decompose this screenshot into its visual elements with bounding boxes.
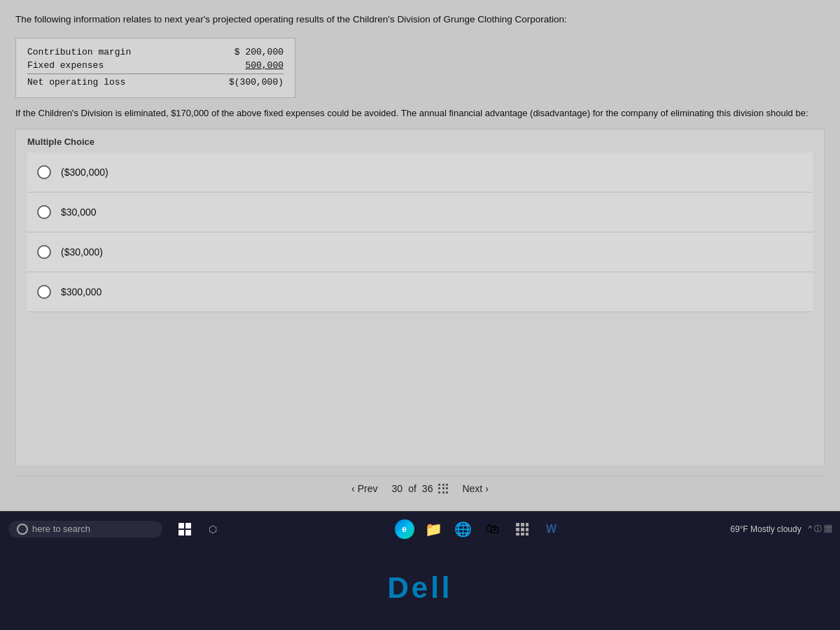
option-d[interactable]: $300,000: [27, 272, 813, 312]
option-c[interactable]: ($30,000): [27, 232, 813, 272]
svg-rect-1: [186, 523, 191, 528]
current-page: 30: [392, 483, 403, 494]
option-b[interactable]: $30,000: [27, 192, 813, 232]
financial-row-net: Net operating loss $(300,000): [27, 74, 284, 89]
dell-logo: Dell: [387, 571, 452, 605]
svg-rect-6: [526, 523, 528, 526]
radio-a[interactable]: [37, 165, 51, 179]
grid-icon: [438, 484, 448, 493]
navigation-bar: ‹ Prev 30 of 36 Next ›: [15, 475, 825, 504]
financial-row-contribution: Contribution margin $ 200,000: [27, 46, 284, 59]
net-label: Net operating loss: [27, 77, 146, 88]
contribution-value: $ 200,000: [214, 47, 284, 57]
options-list: ($300,000) $30,000 ($30,000) $300,000: [27, 153, 813, 312]
svg-rect-7: [516, 528, 519, 531]
contribution-label: Contribution margin: [27, 47, 146, 57]
system-tray-icons: ^ ⓘ ▦: [808, 524, 832, 534]
taskbar-left-icons: ⬡: [172, 517, 225, 542]
option-c-text: ($30,000): [61, 246, 103, 258]
elimination-question: If the Children's Division is eliminated…: [15, 106, 825, 120]
prev-chevron-icon: ‹: [351, 483, 355, 494]
next-label: Next: [462, 483, 482, 494]
financial-table: Contribution margin $ 200,000 Fixed expe…: [15, 38, 295, 98]
main-content: The following information relates to nex…: [0, 0, 840, 511]
net-value: $(300,000): [214, 77, 284, 88]
word-icon[interactable]: W: [539, 517, 564, 542]
question-intro: The following information relates to nex…: [15, 13, 825, 27]
next-button[interactable]: Next ›: [462, 483, 488, 494]
svg-rect-5: [521, 523, 524, 526]
svg-rect-3: [186, 530, 191, 536]
next-chevron-icon: ›: [485, 483, 489, 494]
taskbar: here to search ⬡ e 📁 🌐: [0, 511, 840, 546]
svg-rect-8: [521, 528, 524, 531]
center-taskbar-icons: e 📁 🌐 🛍: [230, 517, 726, 542]
option-d-text: $300,000: [61, 286, 102, 298]
svg-rect-4: [516, 523, 519, 526]
edge-browser-icon[interactable]: e: [392, 517, 417, 542]
prev-label: Prev: [358, 483, 378, 494]
svg-rect-12: [526, 533, 528, 536]
edge-circle: e: [395, 519, 414, 539]
option-a-text: ($300,000): [61, 167, 108, 178]
prev-button[interactable]: ‹ Prev: [351, 483, 377, 494]
dell-branding-area: Dell: [0, 546, 840, 630]
mc-label: Multiple Choice: [27, 136, 813, 147]
svg-rect-2: [178, 530, 184, 536]
taskbar-right-area: 69°F Mostly cloudy ^ ⓘ ▦: [730, 524, 832, 534]
radio-b[interactable]: [37, 205, 51, 219]
financial-row-fixed: Fixed expenses 500,000: [27, 59, 284, 72]
multiple-choice-container: Multiple Choice ($300,000) $30,000 ($30,…: [15, 129, 825, 467]
total-pages: 36: [422, 483, 433, 494]
dell-logo-text: Dell: [387, 571, 452, 604]
fixed-label: Fixed expenses: [27, 60, 146, 71]
radio-d[interactable]: [37, 285, 51, 299]
weather-text: 69°F Mostly cloudy: [730, 524, 802, 534]
apps-grid-icon[interactable]: [510, 517, 535, 542]
radio-c[interactable]: [37, 245, 51, 259]
search-circle-icon: [17, 524, 28, 535]
svg-rect-11: [521, 533, 524, 536]
task-view-button[interactable]: ⬡: [200, 517, 225, 542]
windows-start-button[interactable]: [172, 517, 197, 542]
page-separator: of: [408, 483, 416, 494]
option-a[interactable]: ($300,000): [27, 153, 813, 192]
option-b-text: $30,000: [61, 206, 97, 218]
svg-rect-0: [178, 523, 184, 528]
app-icon-1[interactable]: 🌐: [451, 517, 476, 542]
taskbar-search[interactable]: here to search: [8, 521, 162, 538]
svg-rect-10: [516, 533, 519, 536]
search-placeholder: here to search: [32, 524, 90, 534]
store-icon[interactable]: 🛍: [480, 517, 505, 542]
fixed-value: 500,000: [214, 60, 284, 71]
svg-rect-9: [526, 528, 528, 531]
file-explorer-icon[interactable]: 📁: [421, 517, 447, 542]
page-indicator: 30 of 36: [392, 483, 449, 494]
